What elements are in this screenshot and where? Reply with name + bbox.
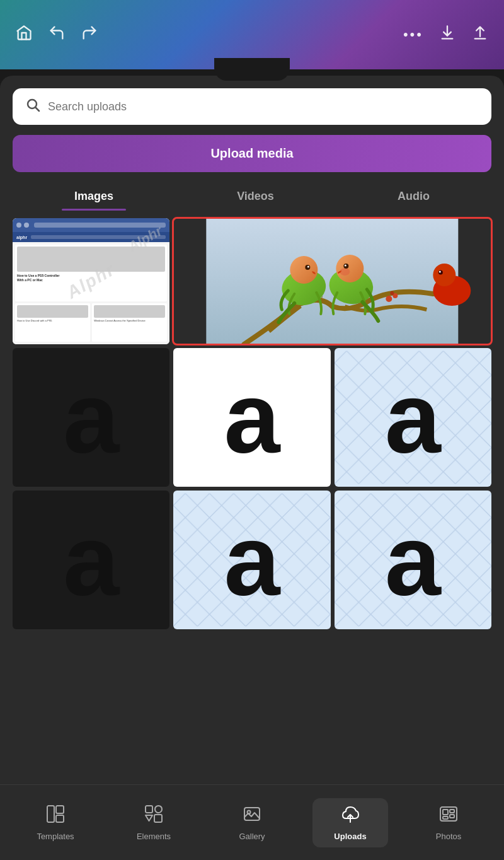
grid-item-letter-a-2[interactable]: a (173, 348, 330, 487)
svg-rect-28 (146, 806, 152, 813)
svg-point-9 (340, 268, 350, 276)
templates-icon (46, 805, 65, 828)
grid-item-letter-a-5[interactable]: a (173, 491, 330, 629)
letter-a-display-4: a (63, 509, 119, 610)
top-bar: ••• (0, 0, 504, 69)
elements-icon (144, 805, 163, 828)
grid-item-letter-a-6[interactable]: a (335, 491, 491, 629)
home-icon[interactable] (15, 24, 33, 46)
svg-point-18 (391, 291, 394, 295)
svg-rect-35 (450, 815, 454, 818)
svg-rect-34 (450, 810, 454, 813)
nav-item-templates-label: Templates (37, 832, 74, 841)
nav-item-elements-label: Elements (137, 832, 171, 841)
svg-rect-33 (443, 810, 448, 815)
media-tabs: Images Videos Audio (13, 185, 491, 208)
upload-media-button[interactable]: Upload media (13, 135, 491, 172)
svg-rect-36 (443, 816, 448, 819)
search-icon (25, 97, 40, 116)
svg-rect-27 (56, 815, 64, 822)
svg-point-16 (386, 296, 392, 302)
nav-item-uploads[interactable]: Uploads (312, 798, 388, 847)
svg-rect-26 (56, 806, 64, 813)
top-bar-left (15, 24, 98, 46)
gallery-icon (243, 805, 261, 828)
svg-point-11 (345, 265, 346, 267)
letter-a-display-5: a (224, 509, 280, 610)
search-input[interactable] (48, 100, 479, 113)
svg-rect-25 (47, 806, 54, 822)
grid-item-letter-a-3[interactable]: a (335, 348, 491, 487)
download-icon[interactable] (438, 24, 456, 46)
tab-images[interactable]: Images (62, 185, 126, 208)
nav-item-photos-label: Photos (436, 832, 461, 841)
top-bar-right: ••• (403, 24, 489, 46)
grid-item-letter-a-4[interactable]: a (13, 491, 169, 629)
nav-item-gallery-label: Gallery (239, 832, 265, 841)
search-bar[interactable] (13, 88, 491, 125)
nav-item-gallery[interactable]: Gallery (214, 798, 290, 847)
redo-icon[interactable] (81, 24, 98, 46)
uploads-icon (341, 805, 360, 828)
letter-a-display-6: a (385, 509, 441, 610)
notch (214, 58, 290, 81)
more-options-icon[interactable]: ••• (403, 26, 423, 43)
share-icon[interactable] (471, 24, 489, 46)
grid-item-letter-a-1[interactable]: a (13, 348, 169, 487)
svg-point-13 (433, 264, 456, 286)
letter-a-display-3: a (385, 367, 441, 468)
nav-item-templates[interactable]: Templates (18, 798, 93, 847)
svg-line-1 (36, 108, 40, 112)
main-panel: Upload media Images Videos Audio alphr (0, 76, 504, 860)
grid-item-birds[interactable] (173, 218, 491, 344)
photos-icon (439, 805, 458, 828)
svg-point-4 (290, 256, 318, 284)
svg-point-8 (336, 255, 364, 282)
svg-point-15 (439, 271, 441, 273)
bottom-nav: Templates Elements Gallery (0, 784, 504, 860)
letter-a-display-1: a (63, 367, 119, 468)
tab-audio[interactable]: Audio (385, 185, 442, 208)
media-grid: alphr How to Use a PS5 ControllerWith a … (13, 218, 491, 629)
svg-point-6 (307, 266, 309, 268)
nav-item-elements[interactable]: Elements (116, 798, 192, 847)
undo-icon[interactable] (48, 24, 66, 46)
tab-videos[interactable]: Videos (224, 185, 287, 208)
nav-item-uploads-label: Uploads (334, 832, 366, 841)
nav-item-photos[interactable]: Photos (411, 798, 486, 847)
grid-item-screenshot[interactable]: alphr How to Use a PS5 ControllerWith a … (13, 218, 169, 344)
letter-a-display-2: a (224, 367, 280, 468)
svg-rect-29 (154, 815, 162, 822)
